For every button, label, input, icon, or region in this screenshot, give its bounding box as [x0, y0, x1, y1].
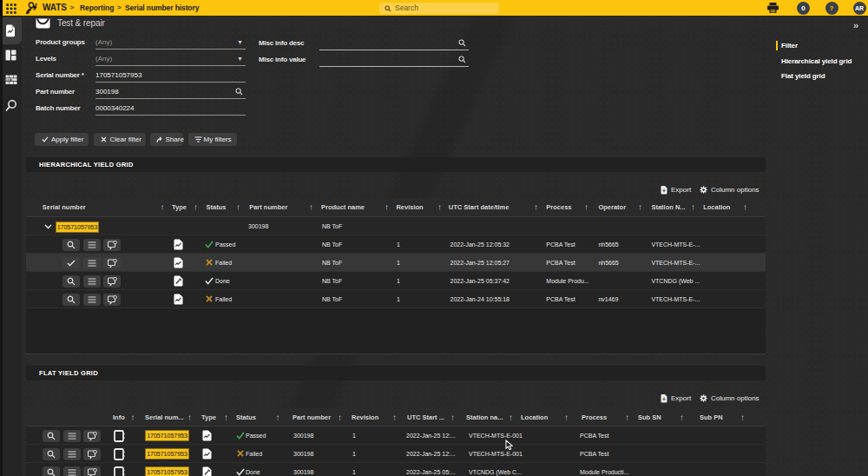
svg-text:Lego: Lego — [6, 78, 12, 82]
